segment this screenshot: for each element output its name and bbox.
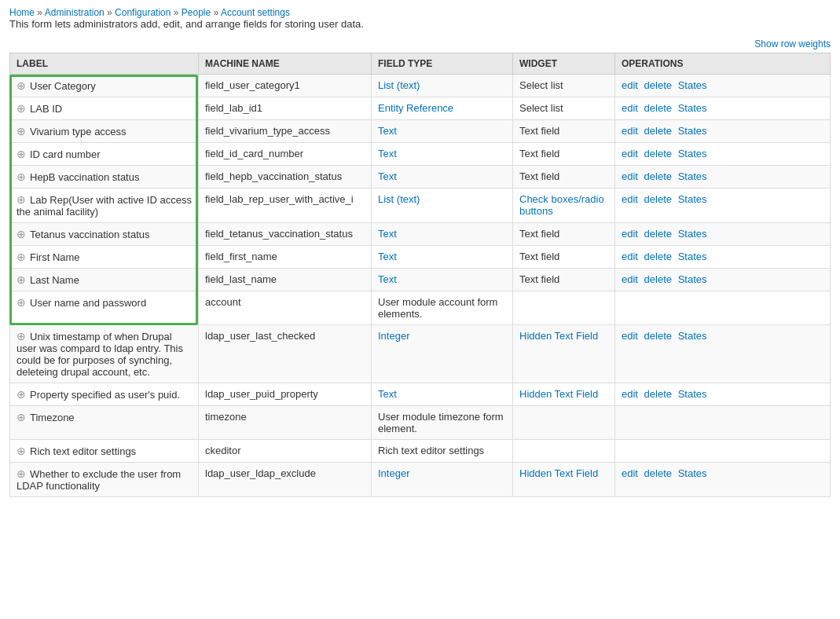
op-delete-link[interactable]: delete: [644, 170, 672, 182]
field-type-link[interactable]: Integer: [378, 467, 409, 479]
op-edit-link[interactable]: edit: [622, 193, 638, 205]
field-type-link[interactable]: Text: [378, 251, 397, 262]
op-states-link[interactable]: States: [678, 251, 707, 262]
op-edit-link[interactable]: edit: [622, 251, 638, 262]
operations-cell: edit delete States: [615, 463, 831, 497]
operations-cell: [615, 291, 831, 325]
op-edit-link[interactable]: edit: [622, 102, 638, 114]
drag-handle-icon[interactable]: ⊕: [17, 388, 26, 401]
op-delete-link[interactable]: delete: [644, 273, 672, 285]
breadcrumb-link-2[interactable]: Configuration: [115, 7, 171, 18]
drag-handle-icon[interactable]: ⊕: [17, 273, 26, 286]
table-row: ⊕Lab Rep(User with active ID access the …: [10, 189, 831, 223]
op-states-link[interactable]: States: [678, 388, 707, 400]
machine-name-cell: ldap_user_puid_property: [199, 383, 372, 406]
table-row: ⊕User name and passwordaccountUser modul…: [10, 291, 831, 325]
drag-handle-icon[interactable]: ⊕: [17, 411, 26, 423]
field-type-link[interactable]: Entity Reference: [378, 102, 453, 114]
op-delete-link[interactable]: delete: [644, 228, 672, 240]
op-states-link[interactable]: States: [678, 170, 707, 182]
field-type-cell: Text: [372, 269, 513, 291]
widget-link[interactable]: Hidden Text Field: [519, 330, 598, 342]
drag-handle-icon[interactable]: ⊕: [17, 228, 26, 240]
op-states-link[interactable]: States: [678, 273, 707, 285]
drag-handle-icon[interactable]: ⊕: [17, 79, 26, 92]
field-type-link[interactable]: Text: [378, 228, 397, 240]
show-row-weights-link[interactable]: Show row weights: [754, 38, 831, 49]
drag-handle-icon[interactable]: ⊕: [17, 125, 26, 137]
widget-link[interactable]: Hidden Text Field: [519, 388, 598, 400]
field-type-cell: List (text): [372, 75, 513, 97]
field-type-cell: Text: [372, 143, 513, 166]
op-edit-link[interactable]: edit: [622, 228, 638, 240]
field-type-cell: User module timezone form element.: [372, 406, 513, 440]
op-delete-link[interactable]: delete: [644, 102, 672, 114]
drag-handle-icon[interactable]: ⊕: [17, 251, 26, 263]
op-edit-link[interactable]: edit: [622, 273, 638, 285]
machine-name-cell: field_hepb_vaccination_status: [199, 166, 372, 189]
field-type-link[interactable]: Text: [378, 388, 397, 400]
breadcrumb: Home » Administration » Configuration » …: [9, 6, 831, 18]
op-states-link[interactable]: States: [678, 148, 707, 159]
fields-table: LABELMACHINE NAMEFIELD TYPEWIDGETOPERATI…: [9, 53, 831, 497]
field-type-link[interactable]: List (text): [378, 79, 420, 91]
op-delete-link[interactable]: delete: [644, 125, 672, 137]
op-delete-link[interactable]: delete: [644, 251, 672, 262]
operations-cell: edit delete States: [615, 383, 831, 406]
op-states-link[interactable]: States: [678, 330, 707, 342]
breadcrumb-link-0[interactable]: Home: [9, 7, 35, 18]
op-states-link[interactable]: States: [678, 193, 707, 205]
col-header-operations: OPERATIONS: [615, 53, 831, 75]
drag-handle-icon[interactable]: ⊕: [17, 193, 26, 206]
field-type-link[interactable]: Integer: [378, 330, 409, 342]
field-type-link[interactable]: Text: [378, 125, 397, 137]
field-label: User Category: [30, 80, 96, 92]
op-edit-link[interactable]: edit: [622, 330, 638, 342]
breadcrumb-link-3[interactable]: People: [182, 7, 211, 18]
breadcrumb-separator: »: [105, 7, 115, 18]
operations-cell: edit delete States: [615, 189, 831, 223]
field-type-link[interactable]: Text: [378, 148, 397, 159]
operations-cell: [615, 406, 831, 440]
drag-handle-icon[interactable]: ⊕: [17, 296, 26, 309]
breadcrumb-link-4[interactable]: Account settings: [221, 7, 290, 18]
drag-handle-icon[interactable]: ⊕: [17, 170, 26, 183]
drag-handle-icon[interactable]: ⊕: [17, 445, 26, 457]
drag-handle-icon[interactable]: ⊕: [17, 102, 26, 115]
op-edit-link[interactable]: edit: [622, 467, 638, 479]
label-cell: ⊕Timezone: [10, 406, 199, 440]
label-cell: ⊕First Name: [10, 246, 199, 269]
op-delete-link[interactable]: delete: [644, 467, 672, 479]
operations-cell: edit delete States: [615, 325, 831, 383]
op-states-link[interactable]: States: [678, 467, 707, 479]
breadcrumb-separator: »: [171, 7, 181, 18]
drag-handle-icon[interactable]: ⊕: [17, 148, 26, 160]
op-delete-link[interactable]: delete: [644, 148, 672, 159]
widget-cell: Text field: [513, 120, 615, 143]
field-type-link[interactable]: Text: [378, 273, 397, 285]
field-type-link[interactable]: Text: [378, 170, 397, 182]
op-edit-link[interactable]: edit: [622, 79, 638, 91]
op-states-link[interactable]: States: [678, 102, 707, 114]
op-edit-link[interactable]: edit: [622, 148, 638, 159]
field-label: Property specified as user's puid.: [30, 389, 180, 401]
op-edit-link[interactable]: edit: [622, 388, 638, 400]
op-delete-link[interactable]: delete: [644, 193, 672, 205]
field-label: Vivarium type access: [30, 126, 127, 137]
op-states-link[interactable]: States: [678, 228, 707, 240]
drag-handle-icon[interactable]: ⊕: [17, 467, 26, 480]
machine-name-cell: field_tetanus_vaccination_status: [199, 223, 372, 246]
widget-link[interactable]: Hidden Text Field: [519, 467, 598, 479]
op-delete-link[interactable]: delete: [644, 330, 672, 342]
op-edit-link[interactable]: edit: [622, 170, 638, 182]
op-delete-link[interactable]: delete: [644, 79, 672, 91]
op-states-link[interactable]: States: [678, 79, 707, 91]
op-delete-link[interactable]: delete: [644, 388, 672, 400]
breadcrumb-link-1[interactable]: Administration: [45, 7, 105, 18]
op-edit-link[interactable]: edit: [622, 125, 638, 137]
widget-link[interactable]: Check boxes/radio buttons: [519, 193, 604, 217]
widget-cell: Hidden Text Field: [513, 463, 615, 497]
field-type-link[interactable]: List (text): [378, 193, 420, 205]
op-states-link[interactable]: States: [678, 125, 707, 137]
drag-handle-icon[interactable]: ⊕: [17, 330, 26, 342]
